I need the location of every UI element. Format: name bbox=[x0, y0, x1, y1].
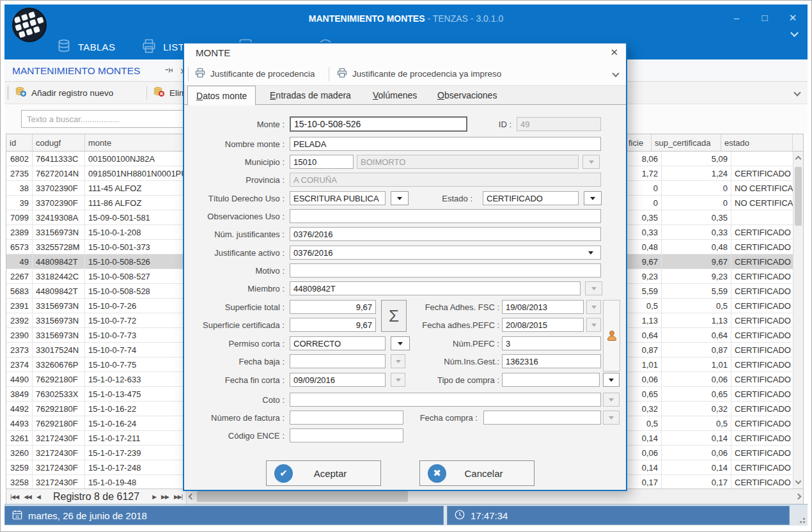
horizontal-scrollbar[interactable] bbox=[186, 489, 803, 504]
col-header-codugf[interactable]: codugf bbox=[33, 134, 85, 151]
nav-next-button[interactable]: ▶ bbox=[152, 494, 156, 500]
cell-sup_certificada: 9,67 bbox=[662, 254, 731, 269]
superficie-certificada-input[interactable] bbox=[290, 318, 376, 332]
justificante-activo-combobox[interactable] bbox=[290, 246, 601, 260]
fecha-baja-input[interactable] bbox=[290, 354, 386, 368]
col-header-id[interactable]: id bbox=[6, 134, 33, 151]
tab-datos-monte[interactable]: Datos monte bbox=[187, 86, 256, 106]
cell-sup_certificada: 0,65 bbox=[662, 387, 731, 401]
pin-icon[interactable] bbox=[164, 65, 173, 77]
municipio-code-input[interactable] bbox=[290, 155, 354, 169]
nav-prev-button[interactable]: ◀ bbox=[36, 494, 40, 500]
col-header-superficie[interactable]: ficie bbox=[625, 134, 652, 151]
cell-id: 49 bbox=[6, 254, 33, 269]
vscroll-thumb[interactable] bbox=[795, 167, 802, 226]
cell-monte: 15-1-0-13-475 bbox=[85, 387, 185, 401]
estado-dropdown-button[interactable] bbox=[584, 191, 602, 205]
fecha-adhes-fsc-dropdown-button[interactable] bbox=[586, 300, 601, 314]
nav-next-page-button[interactable]: ▶▶ bbox=[161, 494, 169, 500]
fecha-compra-label: Fecha compra : bbox=[398, 411, 478, 425]
vertical-scrollbar[interactable] bbox=[793, 152, 803, 489]
scroll-down-icon[interactable] bbox=[795, 478, 802, 485]
col-header-monte[interactable]: monte bbox=[85, 134, 185, 151]
cell-monte: 111-86 ALFOZ bbox=[85, 196, 185, 210]
municipio-dropdown-button[interactable] bbox=[582, 155, 600, 169]
observaciones-uso-input[interactable] bbox=[290, 209, 601, 223]
fecha-adhes-pefc-input[interactable] bbox=[502, 318, 584, 332]
permiso-corta-input[interactable] bbox=[290, 336, 386, 350]
datos-monte-form: Monte : ID : Nombre monte : Municipio : … bbox=[184, 105, 626, 490]
cell-superficie: 0,35 bbox=[636, 210, 662, 224]
numero-factura-input[interactable] bbox=[290, 411, 403, 425]
status-date: martes, 26 de junio de 2018 bbox=[28, 510, 147, 521]
tipo-compra-dropdown-button[interactable] bbox=[603, 373, 620, 387]
col-header-sup-certificada[interactable]: sup_certificada bbox=[652, 134, 721, 151]
justificante-impreso-button[interactable]: Justificante de procedencia ya impreso bbox=[336, 63, 501, 85]
close-button[interactable]: ✕ bbox=[787, 12, 799, 24]
num-ins-gest-input[interactable] bbox=[502, 354, 601, 368]
tab-mantenimiento-montes[interactable]: MANTENIMIENTO MONTES bbox=[12, 59, 140, 82]
estado-input[interactable] bbox=[483, 191, 579, 205]
monte-input[interactable] bbox=[290, 116, 467, 132]
cancel-button[interactable]: ✖ Cancelar bbox=[419, 460, 535, 486]
coto-dropdown-button[interactable] bbox=[603, 393, 620, 407]
dialog-close-icon[interactable]: ✕ bbox=[610, 47, 618, 58]
cell-superficie: 0,87 bbox=[636, 343, 662, 357]
cell-id: 2267 bbox=[6, 269, 33, 283]
miembro-dropdown-button[interactable] bbox=[585, 281, 602, 295]
observaciones-uso-label: Observaciones Uso : bbox=[184, 210, 285, 224]
cell-superficie: 0 bbox=[636, 196, 662, 210]
titulo-derecho-uso-label: Título Derecho Uso : bbox=[184, 192, 285, 206]
nav-first-button[interactable]: |◀◀ bbox=[10, 494, 19, 500]
miembro-input[interactable] bbox=[290, 281, 581, 295]
hscroll-thumb[interactable] bbox=[197, 491, 408, 502]
codigo-ence-input[interactable] bbox=[290, 428, 403, 442]
nav-last-button[interactable]: ▶▶| bbox=[174, 494, 182, 500]
titulo-dropdown-button[interactable] bbox=[391, 191, 409, 205]
scroll-right-icon[interactable] bbox=[795, 494, 802, 500]
tab-entradas-madera[interactable]: Entradas de madera bbox=[262, 86, 359, 105]
cell-sup_certificada: 0,14 bbox=[662, 460, 731, 474]
fecha-adhes-pefc-dropdown-button[interactable] bbox=[586, 318, 601, 332]
num-justificantes-input[interactable] bbox=[290, 227, 601, 241]
cell-monte: 15-1-0-17-248 bbox=[85, 460, 185, 474]
cell-sup_certificada: 5,09 bbox=[662, 152, 731, 166]
fecha-compra-input[interactable] bbox=[483, 411, 601, 425]
cell-id: 2392 bbox=[6, 313, 33, 327]
tipo-compra-input[interactable] bbox=[502, 373, 600, 387]
dialog-toolbar-chevron-icon[interactable] bbox=[612, 70, 619, 77]
nombre-monte-input[interactable] bbox=[290, 137, 601, 151]
motivo-input[interactable] bbox=[290, 263, 601, 278]
accept-button[interactable]: ✔ Aceptar bbox=[266, 460, 381, 486]
coto-input[interactable] bbox=[290, 393, 601, 407]
cell-codugf: 76292180F bbox=[33, 416, 85, 430]
scroll-left-icon[interactable] bbox=[189, 494, 195, 500]
scroll-up-icon[interactable] bbox=[795, 156, 802, 162]
cell-superficie: 1,72 bbox=[636, 166, 662, 180]
fecha-compra-dropdown-button[interactable] bbox=[603, 411, 620, 425]
menu-tablas[interactable]: TABLAS bbox=[56, 38, 115, 56]
toolbar-overflow-chevron-icon[interactable] bbox=[793, 89, 800, 96]
add-record-button[interactable]: Añadir registro nuevo bbox=[15, 82, 113, 104]
member-person-button[interactable] bbox=[603, 300, 620, 372]
minimize-button[interactable]: – bbox=[731, 12, 742, 24]
cell-monte: 15-1-0-17-239 bbox=[85, 446, 185, 460]
tab-volumenes[interactable]: Volúmenes bbox=[364, 86, 425, 105]
tab-observaciones[interactable]: Observaciones bbox=[429, 86, 505, 105]
num-pefc-input[interactable] bbox=[502, 336, 601, 350]
cell-id: 4490 bbox=[6, 372, 33, 386]
fecha-fin-corta-input[interactable] bbox=[290, 373, 386, 387]
cell-codugf: 76411333C bbox=[33, 152, 85, 166]
titulo-derecho-uso-input[interactable] bbox=[290, 191, 386, 205]
cell-id: 2374 bbox=[6, 357, 33, 372]
resize-grip[interactable] bbox=[797, 515, 805, 523]
cell-sup_certificada: 1,24 bbox=[662, 166, 731, 180]
col-header-estado[interactable]: estado bbox=[721, 134, 793, 151]
nav-prev-page-button[interactable]: ◀◀ bbox=[24, 494, 31, 500]
fecha-adhes-fsc-input[interactable] bbox=[502, 300, 584, 314]
maximize-button[interactable]: □ bbox=[759, 12, 770, 24]
superficie-total-input[interactable] bbox=[290, 300, 376, 314]
justificante-button[interactable]: Justificante de procedencia bbox=[194, 63, 315, 85]
ribbon-collapse-chevron-icon[interactable] bbox=[790, 29, 799, 37]
justificante-activo-dropdown-icon[interactable] bbox=[588, 251, 593, 254]
